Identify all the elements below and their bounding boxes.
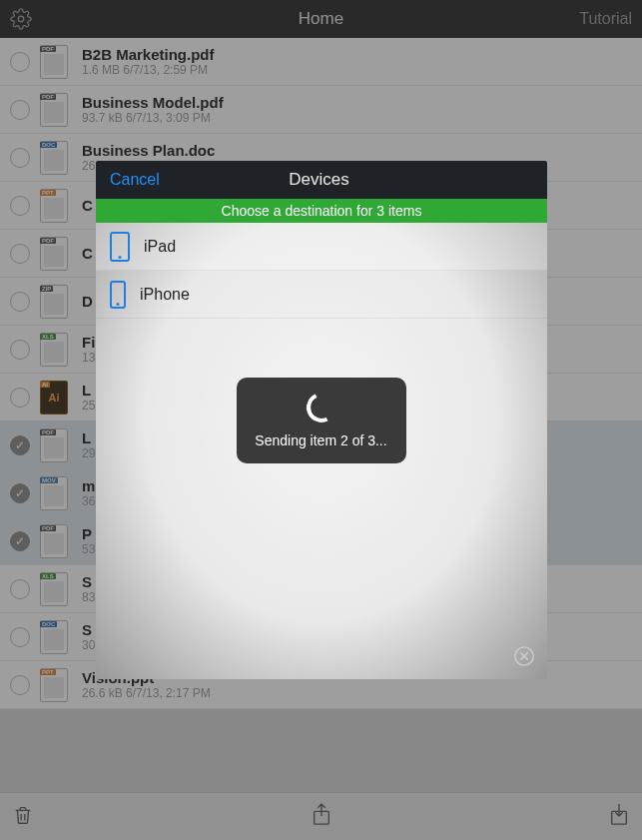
progress-hud: Sending item 2 of 3... xyxy=(237,378,406,463)
cancel-button[interactable]: Cancel xyxy=(110,171,160,189)
phone-icon xyxy=(110,281,126,309)
modal-title: Devices xyxy=(289,170,348,190)
device-list: iPadiPhone xyxy=(96,223,547,319)
tablet-icon xyxy=(110,232,130,262)
close-button[interactable] xyxy=(513,645,535,667)
device-row[interactable]: iPad xyxy=(96,223,547,271)
spinner-icon xyxy=(302,389,339,426)
device-row[interactable]: iPhone xyxy=(96,271,547,319)
hud-text: Sending item 2 of 3... xyxy=(255,432,386,448)
device-label: iPhone xyxy=(140,286,190,304)
device-label: iPad xyxy=(144,238,176,256)
modal-banner: Choose a destination for 3 items xyxy=(96,199,547,223)
modal-header: Cancel Devices xyxy=(96,161,547,199)
close-icon xyxy=(513,645,535,667)
